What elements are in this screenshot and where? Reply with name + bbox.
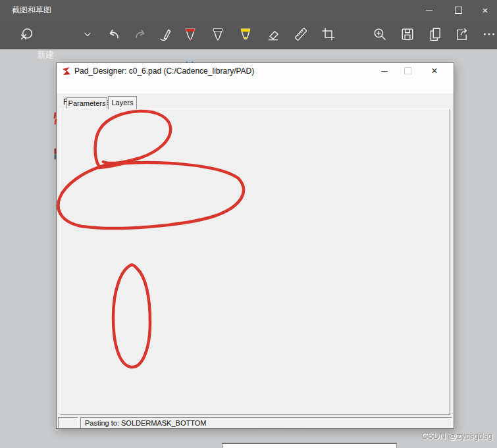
pencil-button[interactable]	[209, 25, 226, 43]
pad-titlebar: Pad_Designer: c0_6.pad (C:/Cadence_libra…	[57, 63, 454, 79]
pad-close-button[interactable]: ×	[424, 63, 445, 78]
allegro-app-icon	[62, 66, 71, 76]
minimize-icon	[426, 10, 432, 11]
undo-button[interactable]	[105, 25, 122, 43]
crop-button[interactable]	[320, 25, 337, 43]
status-bar-text: Pasting to: SOLDERMASK_BOTTOM	[85, 419, 206, 427]
tab-layers[interactable]: Layers	[108, 96, 137, 109]
snip-maximize-button[interactable]	[444, 0, 473, 20]
chevron-down-icon	[82, 29, 93, 39]
touch-writing-button[interactable]	[157, 25, 174, 43]
watermark: CSDN @zycsgdsg	[421, 431, 492, 441]
background-text-remnant	[197, 432, 230, 434]
ballpoint-pen-icon	[183, 27, 197, 41]
pad-menubar: File Reports Help	[57, 79, 454, 93]
tab-parameters[interactable]: Parameters	[66, 97, 107, 109]
snip-app-title: 截图和草图	[12, 5, 51, 16]
new-options-dropdown-button[interactable]	[79, 25, 96, 43]
share-icon	[454, 27, 469, 41]
pad-minimize-button[interactable]: —	[374, 63, 395, 78]
new-button-label[interactable]: 新建	[37, 49, 54, 61]
highlighter-icon	[238, 27, 253, 41]
ballpoint-pen-button[interactable]	[182, 25, 199, 43]
pad-designer-window: Pad_Designer: c0_6.pad (C:/Cadence_libra…	[56, 62, 454, 429]
background-text-remnant	[258, 431, 284, 433]
new-snip-icon	[20, 27, 34, 41]
layers-tab-page	[60, 109, 450, 415]
snip-minimize-button[interactable]	[414, 0, 444, 20]
redo-button[interactable]	[132, 25, 149, 43]
close-icon: ×	[483, 5, 488, 15]
background-window-edge	[222, 443, 397, 448]
eraser-button[interactable]	[265, 25, 282, 43]
status-bar: Pasting to: SOLDERMASK_BOTTOM	[80, 417, 452, 428]
pencil-icon	[211, 27, 225, 41]
pad-window-title: Pad_Designer: c0_6.pad (C:/Cadence_libra…	[74, 66, 254, 76]
maximize-icon	[404, 67, 411, 74]
ruler-button[interactable]	[292, 25, 309, 43]
see-more-button[interactable]	[481, 25, 497, 43]
touch-writing-icon	[158, 27, 172, 41]
status-bar-cell	[58, 417, 78, 428]
ruler-icon	[294, 27, 308, 41]
minimize-icon: —	[381, 67, 388, 74]
background-text-remnant	[337, 432, 344, 434]
magnifier-icon	[373, 27, 387, 41]
save-icon	[400, 27, 415, 41]
undo-icon	[107, 27, 121, 41]
highlighter-button[interactable]	[237, 25, 254, 43]
redo-icon	[133, 27, 147, 41]
snip-toolbar: 新建	[0, 20, 497, 49]
crop-icon	[321, 27, 336, 41]
copy-icon	[428, 27, 442, 41]
pad-maximize-button[interactable]	[397, 63, 418, 78]
maximize-icon	[455, 7, 462, 14]
background-text-remnant	[298, 431, 307, 433]
snip-close-button[interactable]: ×	[473, 0, 497, 20]
save-button[interactable]	[399, 25, 416, 43]
eraser-icon	[266, 27, 280, 41]
share-button[interactable]	[453, 25, 470, 43]
copy-button[interactable]	[427, 25, 444, 43]
see-more-icon	[482, 27, 496, 41]
new-snip-button[interactable]	[18, 25, 36, 43]
zoom-button[interactable]	[371, 25, 388, 43]
close-icon: ×	[431, 65, 437, 77]
snip-titlebar: 截图和草图 ×	[0, 0, 497, 20]
